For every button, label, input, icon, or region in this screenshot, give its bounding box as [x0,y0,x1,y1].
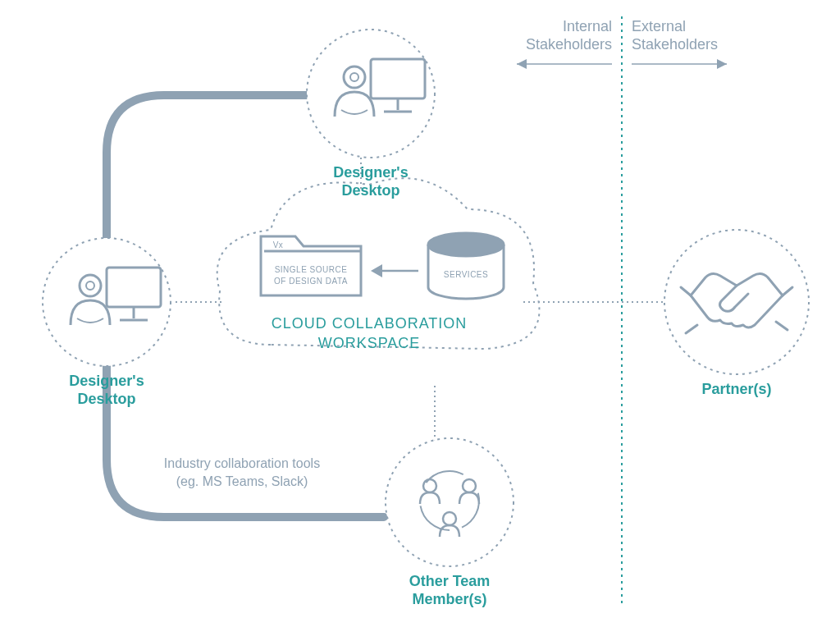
svg-marker-1 [517,59,527,69]
folder-label-l2: OF DESIGN DATA [274,277,348,286]
external-label-l2: Stakeholders [632,36,718,53]
node-designer-left-label-l1: Designer's [69,373,144,389]
services-label: SERVICES [444,270,488,279]
industry-collab-pipe-top [107,95,310,240]
internal-label-l2: Stakeholders [526,36,612,53]
node-partners-label: Partner(s) [701,381,771,397]
node-designer-left-label-l2: Desktop [77,391,135,407]
industry-collab-pipe-bottom [107,362,384,517]
services-arrow-icon [371,264,418,277]
svg-point-22 [386,438,514,566]
svg-marker-3 [717,59,727,69]
diagram-canvas: Internal Stakeholders External Stakehold… [0,0,840,618]
external-label-l1: External [632,18,686,34]
internal-stakeholders-header: Internal Stakeholders [517,18,612,69]
node-designer-top-label-l2: Desktop [341,182,399,199]
industry-collab-label: Industry collaboration tools (eg. MS Tea… [164,456,320,488]
node-designer-left: Designer's Desktop [43,238,171,407]
internal-label-l1: Internal [563,18,612,34]
svg-marker-7 [371,264,382,277]
node-partners: Partner(s) [664,230,809,397]
svg-text:(eg. MS Teams, Slack): (eg. MS Teams, Slack) [176,474,308,488]
services-cylinder-icon: SERVICES [428,233,504,299]
cloud-workspace: Vx SINGLE SOURCE OF DESIGN DATA SERVICES… [217,178,540,351]
svg-point-26 [664,230,809,374]
external-stakeholders-header: External Stakeholders [632,18,727,69]
cloud-title-l2: WORKSPACE [318,335,421,351]
svg-text:Industry collaboration tools: Industry collaboration tools [164,456,320,470]
folder-tag: Vx [273,240,284,249]
node-team-label-l1: Other Team [409,573,491,589]
node-team: Other Team Member(s) [386,438,514,607]
node-team-label-l2: Member(s) [412,591,486,607]
node-designer-top: Designer's Desktop [307,30,435,199]
folder-label-l1: SINGLE SOURCE [275,265,348,274]
cloud-title-l1: CLOUD COLLABORATION [272,315,468,332]
node-designer-top-label-l1: Designer's [333,164,408,181]
folder-icon: Vx SINGLE SOURCE OF DESIGN DATA [261,236,361,295]
